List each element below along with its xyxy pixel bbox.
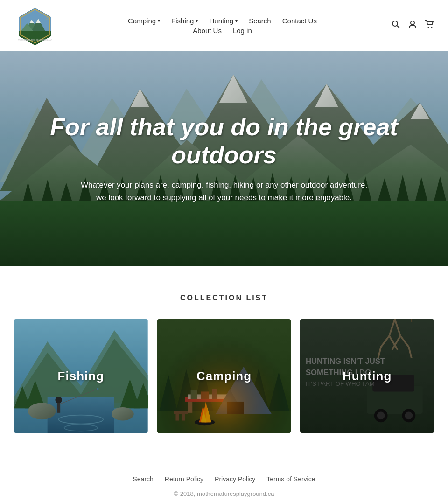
hero-subtitle: Whatever your plans are, camping, fishin…	[75, 179, 373, 204]
main-nav: Camping ▾ Fishing ▾ Hunting ▾ Search Con…	[54, 17, 391, 35]
search-icon[interactable]	[391, 20, 400, 31]
chevron-down-icon: ▾	[158, 18, 160, 23]
site-header: ⬡ ⬡ MotherNaturesPlayground.CA Camping ▾…	[0, 0, 448, 51]
nav-hunting[interactable]: Hunting ▾	[209, 17, 238, 25]
hunting-card-label: Hunting	[300, 319, 434, 433]
svg-text:MotherNaturesPlayground.CA: MotherNaturesPlayground.CA	[18, 38, 52, 41]
chevron-down-icon: ▾	[235, 18, 238, 23]
nav-fishing[interactable]: Fishing ▾	[171, 17, 198, 25]
collection-card-fishing[interactable]: Fishing	[14, 319, 148, 433]
footer-link-privacy-policy[interactable]: Privacy Policy	[215, 475, 255, 483]
footer-link-search[interactable]: Search	[133, 475, 153, 483]
svg-text:⬡: ⬡	[46, 17, 49, 20]
site-footer: Search Return Policy Privacy Policy Term…	[0, 461, 448, 501]
camping-card-label: Camping	[157, 319, 291, 433]
logo-image: ⬡ ⬡ MotherNaturesPlayground.CA	[14, 6, 54, 45]
collection-grid: Fishing	[14, 319, 434, 433]
nav-about[interactable]: About Us	[193, 27, 222, 35]
nav-search[interactable]: Search	[249, 17, 271, 25]
footer-link-return-policy[interactable]: Return Policy	[165, 475, 203, 483]
account-icon[interactable]	[408, 20, 417, 31]
svg-point-16	[411, 21, 414, 25]
hero-title: For all that you do in the great outdoor…	[37, 113, 411, 169]
svg-point-18	[431, 27, 433, 28]
nav-row-top: Camping ▾ Fishing ▾ Hunting ▾ Search Con…	[128, 17, 317, 25]
nav-row-bottom: About Us Log in	[193, 27, 252, 35]
fishing-card-label: Fishing	[14, 319, 148, 433]
chevron-down-icon: ▾	[196, 18, 198, 23]
svg-point-14	[392, 21, 398, 26]
logo[interactable]: ⬡ ⬡ MotherNaturesPlayground.CA	[14, 6, 54, 45]
nav-camping[interactable]: Camping ▾	[128, 17, 160, 25]
svg-point-17	[428, 27, 429, 28]
nav-login[interactable]: Log in	[233, 27, 252, 35]
collection-card-hunting[interactable]: HUNTING ISN'T JUST SOMETHING I DO IT'S P…	[300, 319, 434, 433]
hero-content: For all that you do in the great outdoor…	[0, 113, 448, 204]
footer-link-terms[interactable]: Terms of Service	[266, 475, 315, 483]
cart-icon[interactable]	[425, 20, 434, 31]
collection-card-camping[interactable]: Camping	[157, 319, 291, 433]
footer-copyright: © 2018, mothernaturesplayground.ca	[14, 490, 434, 497]
nav-contact[interactable]: Contact Us	[282, 17, 317, 25]
svg-line-15	[397, 26, 399, 28]
header-actions	[391, 20, 434, 31]
collection-section: COLLECTION LIST	[0, 266, 448, 461]
collection-section-title: COLLECTION LIST	[14, 294, 434, 302]
footer-links: Search Return Policy Privacy Policy Term…	[14, 475, 434, 483]
svg-text:⬡: ⬡	[20, 25, 22, 28]
hero-section: For all that you do in the great outdoor…	[0, 51, 448, 266]
